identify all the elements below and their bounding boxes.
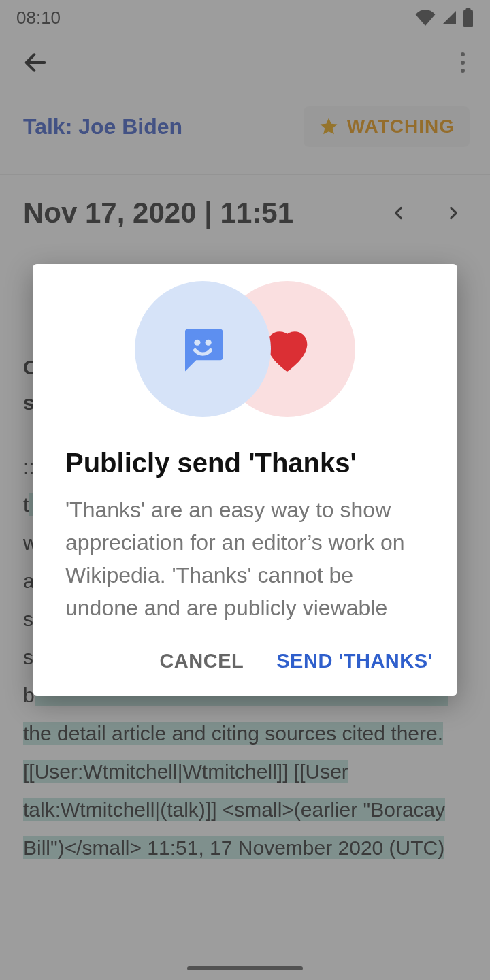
chat-smiley-icon: [176, 323, 229, 376]
dialog-title: Publicly send 'Thanks': [65, 448, 425, 478]
cancel-button[interactable]: CANCEL: [159, 650, 244, 672]
svg-point-2: [194, 340, 200, 346]
thanks-dialog: Publicly send 'Thanks' 'Thanks' are an e…: [33, 264, 457, 696]
dialog-illustration: [33, 264, 457, 434]
svg-point-3: [206, 340, 212, 346]
dialog-scrim[interactable]: Publicly send 'Thanks' 'Thanks' are an e…: [0, 0, 490, 980]
send-thanks-button[interactable]: SEND 'THANKS': [276, 650, 433, 672]
dialog-body: 'Thanks' are an easy way to show appreci…: [65, 493, 425, 624]
